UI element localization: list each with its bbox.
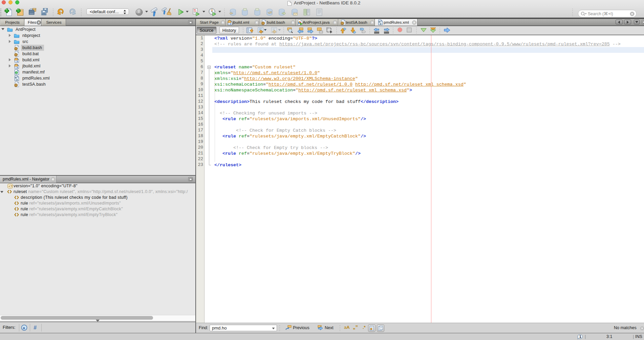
svg-text:a: a (23, 326, 25, 330)
svg-text:#: # (34, 325, 37, 331)
svg-text:1: 1 (579, 335, 581, 339)
